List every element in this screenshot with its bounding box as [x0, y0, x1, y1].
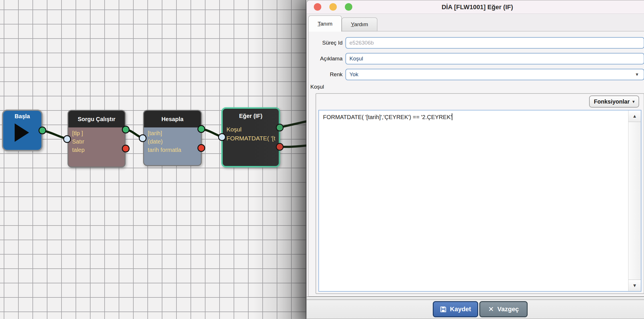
node-body-text: [tlp ] Satır talep	[68, 127, 125, 154]
dialog-window: DİA [FLW1001] Eğer (IF) Tanım Yardım Sür…	[306, 0, 644, 319]
node-title: Eğer (IF)	[223, 109, 279, 123]
port-hesapla-output-error[interactable]	[197, 144, 205, 152]
splitter-handle[interactable]	[307, 297, 644, 300]
chevron-down-icon: ▼	[635, 69, 639, 80]
node-line: Satır	[72, 137, 125, 146]
fonksiyonlar-menu-button[interactable]: Fonksiyonlar ▾	[589, 95, 639, 108]
tab-label-mnemonic: T	[318, 21, 320, 27]
wire-eger-true	[280, 121, 309, 127]
tab-page-tanim: Süreç Id e526306b Açıklama Koşul Renk Yo…	[308, 31, 644, 297]
cancel-button[interactable]: ✕ Vazgeç	[479, 301, 528, 317]
port-sorgu-output-success[interactable]	[122, 126, 130, 133]
port-hesapla-input[interactable]	[139, 134, 147, 142]
node-line: tarih formatla	[148, 146, 201, 154]
renk-label: Renk	[310, 69, 343, 80]
editor-scrollbar[interactable]: ▲ ▼	[628, 110, 641, 291]
menu-arrow-icon: ▾	[633, 99, 635, 104]
save-icon	[440, 306, 447, 313]
node-line: FORMATDATE( '[t	[226, 134, 279, 143]
node-eger-if-selected[interactable]: Eğer (IF) Koşul FORMATDATE( '[t	[221, 107, 280, 167]
scroll-up-button[interactable]: ▲	[628, 110, 641, 122]
port-eger-output-false[interactable]	[276, 143, 284, 151]
port-eger-input[interactable]	[218, 133, 226, 141]
expression-text: FORMATDATE( '[tarih]','ÇEYREK') == '2.ÇE…	[319, 110, 641, 121]
port-basla-output[interactable]	[39, 127, 46, 134]
node-line: [tlp ]	[72, 129, 125, 137]
node-title: Başla	[3, 113, 41, 120]
scroll-down-icon: ▼	[633, 283, 637, 288]
dialog-title: DİA [FLW1001] Eğer (IF)	[307, 0, 644, 14]
node-basla[interactable]: Başla	[2, 110, 43, 151]
aciklama-label: Açıklama	[310, 53, 343, 64]
expression-value: FORMATDATE( '[tarih]','ÇEYREK') == '2.ÇE…	[323, 114, 452, 120]
node-body-text: Koşul FORMATDATE( '[t	[223, 123, 279, 143]
play-icon	[15, 123, 29, 142]
port-hesapla-output-success[interactable]	[197, 125, 205, 133]
dialog-titlebar[interactable]: DİA [FLW1001] Eğer (IF)	[307, 0, 644, 14]
surec-id-field[interactable]: e526306b	[345, 37, 644, 49]
tab-yardim[interactable]: Yardım	[342, 18, 377, 31]
fonksiyonlar-label: Fonksiyonlar	[594, 98, 629, 105]
port-eger-output-true[interactable]	[276, 124, 284, 131]
tab-label: ardım	[354, 21, 368, 27]
node-sorgu-calistir[interactable]: Sorgu Çalıştır [tlp ] Satır talep	[68, 110, 126, 167]
tab-bar: Tanım Yardım	[307, 14, 644, 31]
scroll-up-icon: ▲	[633, 114, 637, 119]
renk-selected-value: Yok	[349, 71, 358, 77]
dialog-button-bar: Kaydet ✕ Vazgeç	[307, 300, 644, 319]
tab-label-mnemonic: Y	[351, 21, 354, 27]
node-title: Hesapla	[144, 111, 201, 127]
node-hesapla[interactable]: Hesapla [tarih] (date) tarih formatla	[143, 110, 202, 166]
renk-select[interactable]: Yok ▼	[345, 69, 644, 80]
cancel-button-label: Vazgeç	[497, 305, 519, 313]
scroll-down-button[interactable]: ▼	[628, 280, 641, 291]
aciklama-field[interactable]: Koşul	[345, 53, 644, 64]
wire-eger-false	[280, 145, 309, 147]
node-line: [tarih]	[148, 129, 201, 137]
surec-id-label: Süreç Id	[310, 37, 343, 49]
tab-label: anım	[320, 21, 332, 27]
expression-editor[interactable]: FORMATDATE( '[tarih]','ÇEYREK') == '2.ÇE…	[318, 110, 641, 292]
port-sorgu-output-error[interactable]	[122, 145, 130, 152]
port-sorgu-input[interactable]	[63, 135, 71, 143]
save-button-label: Kaydet	[450, 305, 471, 313]
tab-tanim[interactable]: Tanım	[308, 16, 342, 32]
node-line: (date)	[148, 137, 201, 146]
kosul-panel: Fonksiyonlar ▾ FORMATDATE( '[tarih]','ÇE…	[316, 93, 644, 294]
text-cursor	[452, 113, 453, 120]
cancel-icon: ✕	[488, 306, 494, 313]
node-body-text: [tarih] (date) tarih formatla	[144, 127, 201, 154]
kosul-section-label: Koşul	[310, 84, 324, 90]
node-title: Sorgu Çalıştır	[68, 111, 125, 127]
node-line: Koşul	[226, 125, 279, 134]
node-line: talep	[72, 146, 125, 154]
save-button[interactable]: Kaydet	[433, 301, 478, 317]
